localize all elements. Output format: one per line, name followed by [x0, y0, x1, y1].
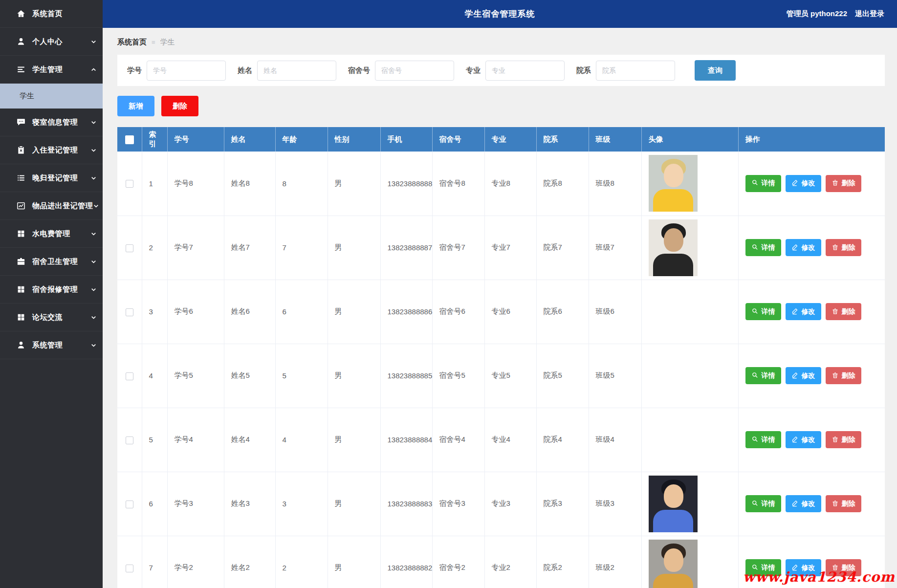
row-delete-button[interactable]: 删除 — [826, 431, 861, 448]
briefcase-icon — [16, 257, 26, 266]
sidebar-item-9[interactable]: 宿舍报修管理 — [0, 276, 103, 304]
search-icon — [751, 307, 759, 316]
row-delete-button[interactable]: 删除 — [826, 495, 861, 512]
cell-student_no: 学号8 — [167, 152, 224, 216]
pencil-icon — [791, 307, 799, 316]
detail-button[interactable]: 详情 — [745, 495, 781, 512]
row-checkbox[interactable] — [126, 244, 133, 252]
row-delete-button[interactable]: 删除 — [826, 303, 861, 320]
cell-actions: 详情修改删除 — [738, 408, 885, 472]
sidebar-item-label: 系统管理 — [32, 341, 63, 350]
cell-major: 专业3 — [484, 472, 536, 536]
sidebar-item-label: 入住登记管理 — [32, 146, 78, 155]
sidebar-item-label: 宿舍报修管理 — [32, 285, 78, 294]
chevron-down-icon — [90, 259, 97, 265]
cell-phone: 13823888886 — [380, 280, 432, 344]
edit-button[interactable]: 修改 — [786, 303, 821, 320]
filter-label: 姓名 — [238, 66, 252, 75]
edit-button[interactable]: 修改 — [786, 175, 821, 192]
sidebar-subitem-active[interactable]: 学生 — [0, 84, 103, 109]
edit-button[interactable]: 修改 — [786, 239, 821, 256]
cell-class_name: 班级6 — [589, 280, 641, 344]
cell-dorm_no: 宿舍号2 — [432, 536, 484, 588]
cell-name: 姓名2 — [224, 536, 275, 588]
cell-gender: 男 — [328, 536, 380, 588]
row-checkbox[interactable] — [126, 565, 133, 572]
edit-button[interactable]: 修改 — [786, 495, 821, 512]
column-header-department: 院系 — [536, 127, 589, 152]
current-user: 管理员 python222 — [787, 9, 847, 19]
filter-input-3[interactable] — [485, 61, 565, 81]
pencil-icon — [791, 179, 799, 188]
sidebar-item-7[interactable]: 水电费管理 — [0, 220, 103, 248]
cell-major: 专业7 — [484, 216, 536, 280]
detail-button[interactable]: 详情 — [745, 431, 781, 448]
chevron-down-icon — [90, 231, 97, 237]
add-button[interactable]: 新增 — [117, 96, 154, 116]
cell-actions: 详情修改删除 — [738, 152, 885, 216]
breadcrumb-current: 学生 — [160, 38, 175, 47]
select-all-checkbox[interactable] — [125, 135, 134, 144]
column-header-gender: 性别 — [328, 127, 380, 152]
sidebar-item-0[interactable]: 系统首页 — [0, 0, 103, 28]
cell-index: 6 — [142, 472, 167, 536]
breadcrumb: 系统首页 ≡ 学生 — [117, 38, 885, 47]
clipboard-icon — [16, 145, 26, 155]
pencil-icon — [791, 500, 799, 508]
filter-input-0[interactable] — [147, 61, 226, 81]
cell-avatar — [641, 472, 738, 536]
sidebar-item-3[interactable]: 寝室信息管理 — [0, 109, 103, 136]
filter-label: 学号 — [127, 66, 142, 75]
row-checkbox[interactable] — [126, 180, 133, 188]
breadcrumb-home[interactable]: 系统首页 — [117, 38, 147, 47]
detail-button[interactable]: 详情 — [745, 303, 781, 320]
cell-index: 1 — [142, 152, 167, 216]
filter-label: 专业 — [466, 66, 481, 75]
cell-checkbox — [117, 536, 142, 588]
row-delete-button[interactable]: 删除 — [826, 367, 861, 384]
cell-actions: 详情修改删除 — [738, 216, 885, 280]
cell-index: 4 — [142, 344, 167, 408]
cell-age: 6 — [275, 280, 328, 344]
cell-gender: 男 — [328, 344, 380, 408]
sidebar-item-6[interactable]: 物品进出登记管理 — [0, 192, 103, 220]
trash-icon — [831, 500, 839, 508]
watermark: www.java1234.com — [743, 569, 895, 585]
logout-link[interactable]: 退出登录 — [855, 9, 884, 19]
trash-icon — [831, 307, 839, 316]
filter-input-2[interactable] — [375, 61, 454, 81]
detail-button[interactable]: 详情 — [745, 239, 781, 256]
cell-phone: 13823888887 — [380, 216, 432, 280]
row-delete-button[interactable]: 删除 — [826, 239, 861, 256]
cell-avatar — [641, 408, 738, 472]
detail-button[interactable]: 详情 — [745, 175, 781, 192]
cell-department: 院系8 — [536, 152, 589, 216]
table-row: 6学号3姓名33男13823888883宿舍号3专业3院系3班级3详情修改删除 — [117, 472, 885, 536]
sidebar-item-8[interactable]: 宿舍卫生管理 — [0, 248, 103, 276]
student-avatar — [649, 155, 698, 212]
row-delete-button[interactable]: 删除 — [826, 175, 861, 192]
cell-dorm_no: 宿舍号5 — [432, 344, 484, 408]
sidebar-item-4[interactable]: 入住登记管理 — [0, 136, 103, 164]
delete-button[interactable]: 删除 — [161, 96, 198, 116]
detail-button[interactable]: 详情 — [745, 367, 781, 384]
row-checkbox[interactable] — [126, 372, 133, 380]
row-checkbox[interactable] — [126, 308, 133, 316]
sidebar-item-2[interactable]: 学生管理 — [0, 56, 103, 84]
cell-class_name: 班级4 — [589, 408, 641, 472]
edit-button[interactable]: 修改 — [786, 431, 821, 448]
cell-department: 院系5 — [536, 344, 589, 408]
chevron-down-icon — [90, 119, 97, 126]
sidebar-item-5[interactable]: 晚归登记管理 — [0, 164, 103, 192]
filter-input-1[interactable] — [257, 61, 336, 81]
row-checkbox[interactable] — [126, 501, 133, 508]
sidebar-item-11[interactable]: 系统管理 — [0, 331, 103, 359]
search-button[interactable]: 查询 — [695, 60, 736, 81]
filter-input-4[interactable] — [596, 61, 675, 81]
sidebar-item-10[interactable]: 论坛交流 — [0, 304, 103, 331]
row-checkbox[interactable] — [126, 436, 133, 444]
cell-student_no: 学号3 — [167, 472, 224, 536]
edit-button[interactable]: 修改 — [786, 367, 821, 384]
sidebar-item-1[interactable]: 个人中心 — [0, 28, 103, 56]
trash-icon — [831, 179, 839, 188]
